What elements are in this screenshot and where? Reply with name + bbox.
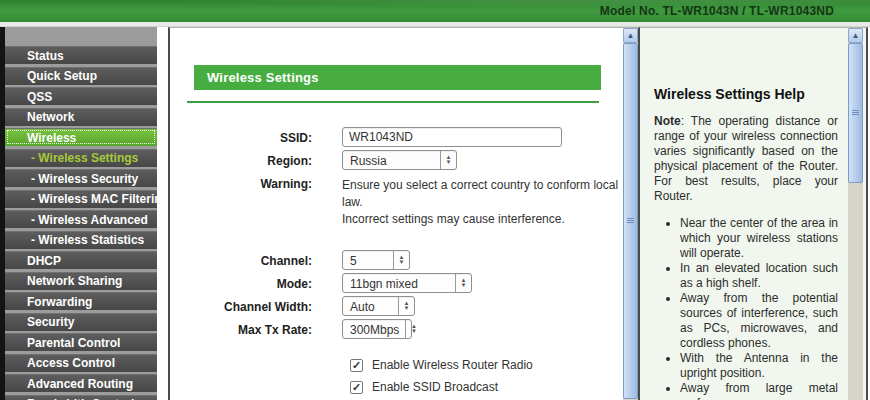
sidebar-item-wireless-statistics[interactable]: - Wireless Statistics bbox=[5, 231, 157, 249]
max-tx-rate-label: Max Tx Rate: bbox=[170, 319, 312, 337]
stepper-icon[interactable]: ▲▼ bbox=[405, 320, 421, 338]
page-title: Wireless Settings bbox=[207, 70, 319, 85]
checkbox-checked-icon[interactable]: ✓ bbox=[350, 381, 363, 394]
mode-label: Mode: bbox=[170, 273, 312, 291]
checkbox-checked-icon[interactable]: ✓ bbox=[350, 359, 363, 372]
help-bullet: With the Antenna in the upright position… bbox=[680, 351, 838, 381]
scroll-up-icon[interactable]: ▲ bbox=[848, 28, 863, 43]
sidebar-item-wireless-mac-filtering[interactable]: - Wireless MAC Filtering bbox=[5, 190, 157, 208]
stepper-icon[interactable]: ▲▼ bbox=[393, 251, 409, 269]
sidebar-item-wireless-security[interactable]: - Wireless Security bbox=[5, 169, 157, 187]
help-bullet: Near the center of the area in which you… bbox=[680, 216, 838, 261]
help-scrollbar-thumb[interactable] bbox=[848, 43, 863, 183]
section-header: Wireless Settings bbox=[194, 65, 601, 90]
sidebar-item-forwarding[interactable]: Forwarding bbox=[5, 292, 157, 310]
main-panel: Wireless Settings SSID: Region: Russia ▲… bbox=[168, 27, 640, 400]
warning-label: Warning: bbox=[170, 173, 312, 191]
channel-width-label: Channel Width: bbox=[170, 296, 312, 314]
enable-ssid-broadcast-checkbox[interactable]: ✓ Enable SSID Broadcast bbox=[350, 379, 621, 395]
sidebar-item-qss[interactable]: QSS bbox=[5, 87, 157, 105]
help-panel: Wireless Settings Help Note: The operati… bbox=[640, 27, 868, 400]
channel-select[interactable]: 5 ▲▼ bbox=[342, 250, 410, 270]
main-scrollbar[interactable]: ▲ bbox=[623, 28, 638, 400]
help-content: Wireless Settings Help Note: The operati… bbox=[640, 28, 866, 400]
sidebar: Status Quick Setup QSS Network Wireless … bbox=[0, 27, 168, 400]
help-bullet: In an elevated location such as a high s… bbox=[680, 261, 838, 291]
sidebar-item-parental-control[interactable]: Parental Control bbox=[5, 333, 157, 351]
stepper-icon[interactable]: ▲▼ bbox=[455, 274, 471, 292]
sidebar-item-security[interactable]: Security bbox=[5, 313, 157, 331]
help-scrollbar[interactable]: ▲ bbox=[848, 28, 863, 400]
sidebar-item-wireless-settings[interactable]: - Wireless Settings bbox=[5, 149, 157, 167]
help-title: Wireless Settings Help bbox=[654, 86, 838, 102]
scroll-up-icon[interactable]: ▲ bbox=[623, 28, 638, 43]
help-bullet-list: Near the center of the area in which you… bbox=[680, 216, 838, 400]
sidebar-item-access-control[interactable]: Access Control bbox=[5, 354, 157, 372]
sidebar-item-quick-setup[interactable]: Quick Setup bbox=[5, 67, 157, 85]
help-note-1: Note: The operating distance or range of… bbox=[654, 114, 838, 204]
sidebar-item-wireless[interactable]: Wireless bbox=[5, 128, 157, 146]
stepper-icon[interactable]: ▲▼ bbox=[440, 151, 456, 169]
stepper-icon[interactable]: ▲▼ bbox=[398, 297, 414, 315]
ssid-input[interactable] bbox=[342, 127, 562, 147]
channel-width-select[interactable]: Auto ▲▼ bbox=[342, 296, 415, 316]
ssid-label: SSID: bbox=[170, 127, 312, 145]
help-bullet: Away from large metal surfaces. bbox=[680, 381, 838, 400]
top-brand-bar: Model No. TL-WR1043N / TL-WR1043ND bbox=[0, 0, 870, 22]
page-layout: Status Quick Setup QSS Network Wireless … bbox=[0, 27, 870, 400]
sidebar-item-dhcp[interactable]: DHCP bbox=[5, 251, 157, 269]
model-number: Model No. TL-WR1043N / TL-WR1043ND bbox=[600, 4, 834, 18]
sidebar-item-wireless-advanced[interactable]: - Wireless Advanced bbox=[5, 210, 157, 228]
enable-radio-checkbox[interactable]: ✓ Enable Wireless Router Radio bbox=[350, 357, 621, 373]
max-tx-rate-select[interactable]: 300Mbps ▲▼ bbox=[342, 319, 412, 339]
sidebar-item-bandwidth-control[interactable]: Bandwidth Control bbox=[5, 395, 157, 400]
help-bullet: Away from the potential sources of inter… bbox=[680, 291, 838, 351]
sidebar-menu: Status Quick Setup QSS Network Wireless … bbox=[5, 27, 157, 400]
region-label: Region: bbox=[170, 150, 312, 168]
region-select[interactable]: Russia ▲▼ bbox=[342, 150, 457, 170]
sidebar-item-network[interactable]: Network bbox=[5, 108, 157, 126]
main-scrollbar-thumb[interactable] bbox=[623, 43, 638, 399]
sidebar-item-status[interactable]: Status bbox=[5, 46, 157, 64]
channel-label: Channel: bbox=[170, 250, 312, 268]
mode-select[interactable]: 11bgn mixed ▲▼ bbox=[342, 273, 472, 293]
sidebar-item-network-sharing[interactable]: Network Sharing bbox=[5, 272, 157, 290]
warning-text: Ensure you select a correct country to c… bbox=[342, 173, 621, 228]
wireless-settings-form: Wireless Settings SSID: Region: Russia ▲… bbox=[170, 28, 638, 400]
sidebar-item-advanced-routing[interactable]: Advanced Routing bbox=[5, 374, 157, 392]
